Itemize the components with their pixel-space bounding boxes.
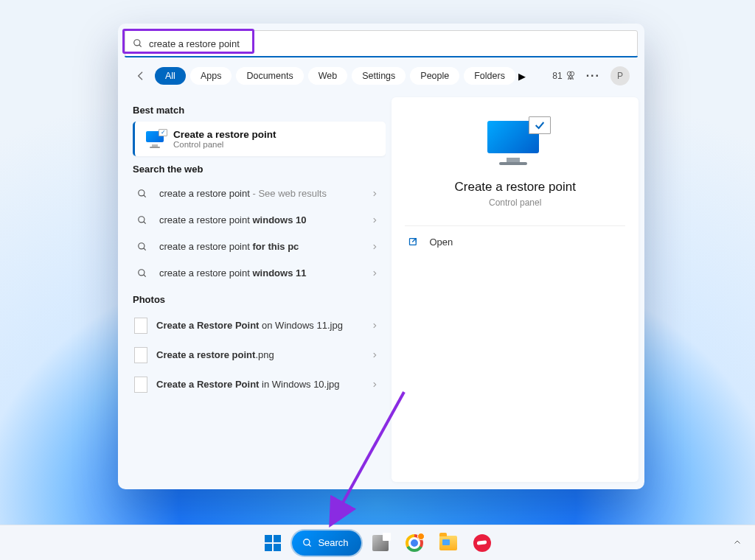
svg-line-7 — [144, 222, 146, 224]
section-best-match: Best match — [133, 105, 386, 116]
search-query-text: create a restore point — [149, 38, 240, 49]
search-icon — [134, 215, 150, 225]
section-search-web: Search the web — [133, 164, 386, 175]
image-thumbnail-icon — [134, 347, 147, 363]
tab-folders[interactable]: Folders — [464, 67, 515, 85]
chevron-right-icon — [371, 378, 378, 391]
taskbar-search-label: Search — [318, 537, 348, 548]
taskbar: Search — [0, 525, 755, 560]
tab-people[interactable]: People — [410, 67, 459, 85]
search-icon — [134, 242, 150, 252]
tab-documents[interactable]: Documents — [236, 67, 303, 85]
chevron-right-icon — [371, 240, 378, 253]
svg-point-6 — [139, 217, 145, 223]
restore-point-large-icon — [484, 118, 546, 167]
pinned-app[interactable] — [467, 528, 497, 558]
medal-icon — [566, 71, 576, 81]
photo-result[interactable]: Create a Restore Point on Windows 11.jpg — [133, 311, 386, 340]
tab-settings[interactable]: Settings — [352, 67, 406, 85]
results-left-column: Best match ✓ Create a restore point Cont… — [133, 97, 386, 482]
svg-point-10 — [139, 270, 145, 276]
filter-tabs: All Apps Documents Web Settings People F… — [155, 67, 526, 85]
best-match-result[interactable]: ✓ Create a restore point Control panel — [133, 122, 386, 156]
svg-line-11 — [144, 275, 146, 277]
open-label: Open — [429, 237, 453, 248]
detail-title: Create a restore point — [454, 180, 575, 195]
chrome-icon — [406, 534, 423, 552]
image-thumbnail-icon — [134, 377, 147, 393]
more-options-button[interactable]: ··· — [586, 69, 600, 83]
user-avatar[interactable]: P — [610, 66, 630, 85]
svg-line-5 — [144, 195, 146, 197]
start-button[interactable] — [258, 528, 288, 558]
chevron-right-icon — [371, 349, 378, 362]
search-panel: create a restore point All Apps Document… — [118, 24, 644, 489]
tab-web[interactable]: Web — [308, 67, 347, 85]
rewards-indicator[interactable]: 81 — [552, 71, 575, 81]
task-view-icon — [372, 535, 389, 551]
tab-all[interactable]: All — [155, 67, 186, 85]
svg-point-4 — [139, 190, 145, 196]
web-result[interactable]: create a restore point - See web results — [133, 181, 386, 207]
open-action[interactable]: Open — [405, 231, 625, 253]
filter-tabs-row: All Apps Documents Web Settings People F… — [118, 57, 644, 91]
best-match-title: Create a restore point — [173, 129, 276, 140]
divider — [405, 225, 625, 226]
app-icon — [473, 534, 491, 552]
detail-pane: Create a restore point Control panel Ope… — [392, 97, 639, 482]
open-icon — [408, 237, 419, 248]
chevron-right-icon — [371, 214, 378, 227]
taskbar-search-button[interactable]: Search — [292, 531, 361, 556]
desktop: create a restore point All Apps Document… — [0, 0, 755, 560]
chevron-right-icon — [371, 267, 378, 280]
search-input[interactable]: create a restore point — [125, 30, 638, 57]
search-bar-container: create a restore point — [118, 24, 644, 57]
web-result[interactable]: create a restore point windows 10 — [133, 207, 386, 234]
svg-point-8 — [139, 243, 145, 249]
search-icon — [302, 538, 313, 548]
search-icon — [134, 189, 150, 199]
system-tray-expand[interactable] — [733, 536, 742, 550]
svg-line-9 — [144, 248, 146, 251]
chrome-app[interactable] — [400, 528, 429, 558]
svg-point-3 — [569, 71, 574, 76]
web-result[interactable]: create a restore point for this pc — [133, 234, 386, 260]
search-focus-underline — [125, 56, 638, 57]
search-icon — [133, 38, 143, 49]
rewards-points: 81 — [552, 71, 562, 81]
svg-line-1 — [139, 45, 142, 47]
web-result[interactable]: create a restore point windows 11 — [133, 260, 386, 287]
svg-point-0 — [134, 40, 140, 46]
task-view-button[interactable] — [366, 528, 395, 558]
restore-point-icon: ✓ — [145, 130, 164, 149]
best-match-subtitle: Control panel — [173, 140, 276, 149]
more-tabs-caret-icon[interactable]: ▶ — [518, 71, 526, 82]
file-explorer-icon — [439, 536, 457, 550]
chevron-right-icon — [371, 187, 378, 200]
tab-apps[interactable]: Apps — [190, 67, 232, 85]
photo-result[interactable]: Create a Restore Point in Windows 10.jpg — [133, 370, 386, 399]
svg-line-13 — [413, 239, 417, 242]
svg-point-15 — [304, 539, 310, 545]
image-thumbnail-icon — [134, 318, 147, 334]
search-icon — [134, 268, 150, 279]
section-photos: Photos — [133, 294, 386, 305]
svg-line-16 — [309, 544, 311, 546]
file-explorer-app[interactable] — [434, 528, 463, 558]
photo-result[interactable]: Create a restore point.png — [133, 340, 386, 370]
chevron-right-icon — [371, 319, 378, 332]
detail-subtitle: Control panel — [489, 197, 541, 208]
windows-logo-icon — [265, 535, 281, 551]
back-button[interactable] — [133, 70, 149, 82]
